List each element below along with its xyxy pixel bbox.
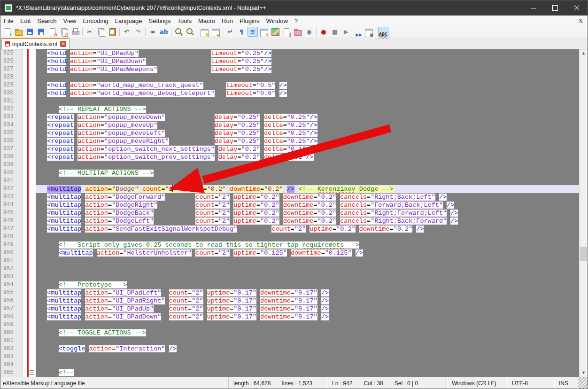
editor-line-932[interactable]: 932 <!-- REPEAT ACTIONS --> xyxy=(0,105,579,113)
sync-scroll-horizontal-icon[interactable]: ⇄ xyxy=(210,27,221,37)
menu-item-plugins[interactable]: Plugins xyxy=(236,16,263,25)
bookmark-margin[interactable] xyxy=(23,345,27,353)
editor-line-964[interactable]: 964 xyxy=(0,361,579,369)
bookmark-margin[interactable] xyxy=(23,113,27,121)
close-icon[interactable]: ⊖ xyxy=(47,27,58,37)
fold-margin[interactable] xyxy=(29,265,36,273)
editor-line-934[interactable]: 934 <repeat action="popup_moveUp" delay=… xyxy=(0,121,579,129)
scrollbar-thumb[interactable] xyxy=(580,247,587,261)
editor-line-951[interactable]: 951 xyxy=(0,257,579,265)
new-file-icon[interactable]: + xyxy=(2,27,13,37)
tab-inputcontexts[interactable]: inputContexts.xml ✕ xyxy=(1,38,70,49)
bookmark-margin[interactable] xyxy=(23,249,27,257)
bookmark-margin[interactable] xyxy=(23,257,27,265)
menu-item-view[interactable]: View xyxy=(60,16,80,25)
function-list-icon[interactable]: ƒ xyxy=(281,27,292,37)
user-defined-language-icon[interactable]: ϟ xyxy=(259,27,269,37)
editor-line-943[interactable]: 943 <multitap action="DodgeForward" coun… xyxy=(0,193,579,201)
save-icon[interactable] xyxy=(25,27,35,37)
editor-line-960[interactable]: 960 <!-- TOGGLE ACTIONS --> xyxy=(0,329,579,337)
fold-margin[interactable] xyxy=(29,217,36,225)
editor-line-941[interactable]: 941 xyxy=(0,177,579,185)
fold-margin[interactable] xyxy=(29,369,36,377)
bookmark-margin[interactable] xyxy=(23,241,27,249)
bookmark-margin[interactable] xyxy=(23,265,27,273)
fold-margin[interactable] xyxy=(29,145,36,153)
fold-margin[interactable] xyxy=(29,161,36,169)
editor-line-942[interactable]: 942 <multitap action="Dodge" count="1" u… xyxy=(0,185,579,193)
editor[interactable]: 925 <hold action="UI_DPadUp" timeout="0.… xyxy=(0,49,588,377)
bookmark-margin[interactable] xyxy=(23,193,27,201)
bookmark-margin[interactable] xyxy=(23,169,27,177)
bookmark-margin[interactable] xyxy=(23,337,27,345)
fold-margin[interactable] xyxy=(29,273,36,281)
save-all-icon[interactable] xyxy=(36,27,46,37)
editor-line-925[interactable]: 925 <hold action="UI_DPadUp" timeout="0.… xyxy=(0,49,579,57)
fold-margin[interactable] xyxy=(29,81,36,89)
fold-margin[interactable] xyxy=(29,153,36,161)
fold-margin[interactable] xyxy=(29,121,36,129)
editor-line-930[interactable]: 930 <hold action="world_map_menu_debug_t… xyxy=(0,89,579,97)
editor-line-935[interactable]: 935 <repeat action="popup_moveLeft" dela… xyxy=(0,129,579,137)
editor-line-939[interactable]: 939 xyxy=(0,161,579,169)
editor-line-936[interactable]: 936 <repeat action="popup_moveRight" del… xyxy=(0,137,579,145)
editor-line-928[interactable]: 928 xyxy=(0,73,579,81)
editor-line-927[interactable]: 927 <hold action="UI_DPadWeapons" timeou… xyxy=(0,65,579,73)
bookmark-margin[interactable] xyxy=(23,49,27,57)
editor-line-931[interactable]: 931 xyxy=(0,97,579,105)
menu-item-search[interactable]: Search xyxy=(34,16,60,25)
editor-line-952[interactable]: 952 xyxy=(0,265,579,273)
fold-margin[interactable] xyxy=(29,361,36,369)
tab-close-icon[interactable]: ✕ xyxy=(60,41,66,47)
bookmark-margin[interactable] xyxy=(23,209,27,217)
fold-collapse-icon[interactable] xyxy=(30,370,34,375)
redo-icon[interactable]: ↷ xyxy=(133,27,143,37)
fold-margin[interactable] xyxy=(29,65,36,73)
bookmark-margin[interactable] xyxy=(23,353,27,361)
fold-margin[interactable] xyxy=(29,177,36,185)
bookmark-margin[interactable] xyxy=(23,137,27,145)
bookmark-margin[interactable] xyxy=(23,185,27,193)
find-icon[interactable]: ∞ xyxy=(147,27,158,37)
editor-line-957[interactable]: 957 <multitap action="UI_DPadUp" count="… xyxy=(0,305,579,313)
fold-margin[interactable] xyxy=(29,353,36,361)
vertical-scrollbar[interactable]: ▲ ▼ xyxy=(579,49,588,377)
minimize-button[interactable] xyxy=(523,0,544,16)
fold-margin[interactable] xyxy=(29,137,36,145)
editor-line-938[interactable]: 938 <repeat action="option_switch_prev_s… xyxy=(0,153,579,161)
fold-margin[interactable] xyxy=(29,321,36,329)
bookmark-margin[interactable] xyxy=(23,225,27,233)
word-wrap-icon[interactable]: ↵ xyxy=(225,27,235,37)
bookmark-margin[interactable] xyxy=(23,305,27,313)
show-all-characters-icon[interactable]: ¶ xyxy=(236,27,247,37)
fold-margin[interactable] xyxy=(29,337,36,345)
editor-line-955[interactable]: 955 <multitap action="UI_DPadLeft" count… xyxy=(0,289,579,297)
fold-margin[interactable] xyxy=(29,193,36,201)
fold-margin[interactable] xyxy=(29,201,36,209)
fold-margin[interactable] xyxy=(29,233,36,241)
macro-record-icon[interactable]: ● xyxy=(318,27,329,37)
bookmark-margin[interactable] xyxy=(23,217,27,225)
bookmark-margin[interactable] xyxy=(23,57,27,65)
scroll-up-icon[interactable]: ▲ xyxy=(580,49,588,57)
fold-margin[interactable] xyxy=(29,209,36,217)
macro-run-multiple-icon[interactable]: ▶▶ xyxy=(352,27,363,37)
fold-margin[interactable] xyxy=(29,249,36,257)
fold-margin[interactable] xyxy=(29,225,36,233)
menubar-close-document-icon[interactable]: X xyxy=(579,17,583,24)
bookmark-margin[interactable] xyxy=(23,321,27,329)
editor-line-933[interactable]: 933 <repeat action="popup_moveDown" dela… xyxy=(0,113,579,121)
zoom-out-icon[interactable]: − xyxy=(185,27,195,37)
spell-check-icon[interactable]: ABC xyxy=(378,27,388,37)
paste-icon[interactable] xyxy=(107,27,117,37)
editor-line-949[interactable]: 949 <!-- Script only gives 0.25 seconds … xyxy=(0,241,579,249)
close-button[interactable] xyxy=(566,0,588,16)
fold-margin[interactable] xyxy=(29,169,36,177)
maximize-button[interactable] xyxy=(544,0,566,16)
editor-line-950[interactable]: 950 <multitap action="HolsterUnholster" … xyxy=(0,249,579,257)
editor-line-945[interactable]: 945 <multitap action="DodgeBack" count="… xyxy=(0,209,579,217)
fold-margin[interactable] xyxy=(29,49,36,57)
fold-margin[interactable] xyxy=(29,57,36,65)
bookmark-margin[interactable] xyxy=(23,273,27,281)
monitoring-icon[interactable]: ◉ xyxy=(304,27,314,37)
